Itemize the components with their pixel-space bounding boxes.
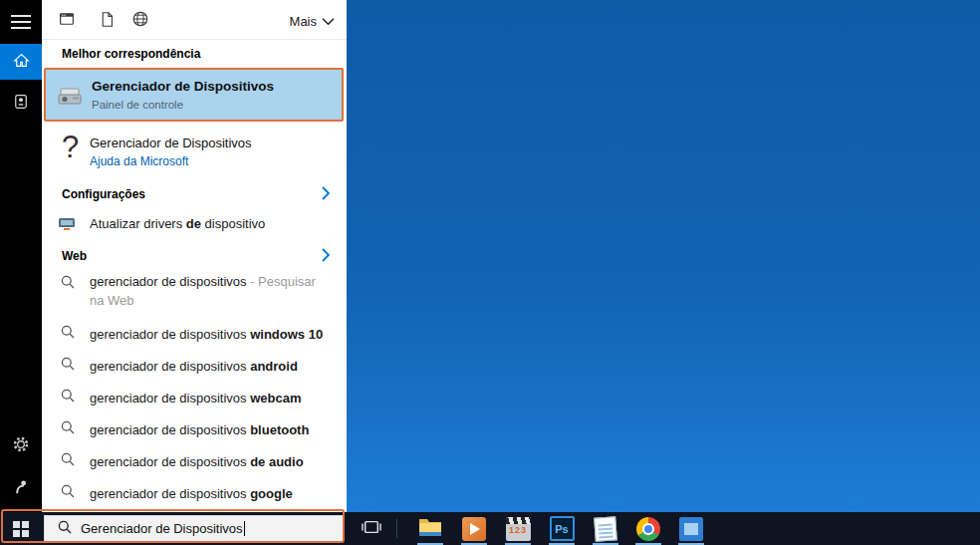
driver-update-icon xyxy=(58,216,76,235)
taskbar-search-box[interactable]: Gerenciador de Dispositivos xyxy=(44,515,344,542)
search-flyout-rail xyxy=(0,0,42,512)
search-icon xyxy=(60,356,76,376)
settings-result-update-drivers[interactable]: Atualizar drivers de dispositivo xyxy=(42,209,347,239)
web-suggestion[interactable]: gerenciador de dispositivos webcam xyxy=(42,381,347,412)
search-icon xyxy=(60,274,76,294)
search-icon xyxy=(60,419,76,439)
settings-result-text: Atualizar drivers de dispositivo xyxy=(90,216,265,231)
document-icon xyxy=(99,11,116,32)
web-suggestion[interactable]: gerenciador de dispositivos windows 10 xyxy=(42,317,347,349)
device-manager-icon xyxy=(56,83,86,113)
best-match-header: Melhor correspondência xyxy=(62,47,200,61)
suggestion-text: gerenciador de dispositivos - Pesquisar … xyxy=(90,272,331,310)
help-result-title: Gerenciador de Dispositivos xyxy=(90,136,252,150)
taskbar-divider xyxy=(396,519,397,538)
taskbar-app-chrome[interactable] xyxy=(628,512,668,545)
gear-icon xyxy=(12,435,30,457)
filter-documents-button[interactable] xyxy=(96,10,118,32)
chrome-icon xyxy=(636,517,660,541)
web-group-header[interactable]: Web xyxy=(42,243,347,269)
suggestion-text: gerenciador de dispositivos de audio xyxy=(90,452,331,471)
apps-icon xyxy=(58,10,76,32)
taskbar-app-klite-codec[interactable]: 123 xyxy=(498,512,538,545)
web-suggestion[interactable]: gerenciador de dispositivos bluetooth xyxy=(42,412,347,444)
hamburger-menu-button[interactable] xyxy=(0,8,42,36)
search-results-panel: Mais Melhor correspondência Gerenciador … xyxy=(42,0,347,512)
taskbar-app-photos[interactable] xyxy=(671,512,711,545)
search-filter-bar: Mais xyxy=(42,0,347,40)
settings-group-header[interactable]: Configurações xyxy=(42,181,347,207)
search-icon xyxy=(60,324,76,344)
notebook-icon xyxy=(12,93,30,115)
taskbar: Gerenciador de Dispositivos 123 Ps xyxy=(0,512,980,545)
photoshop-icon: Ps xyxy=(550,516,575,541)
sidebar-item-feedback[interactable] xyxy=(0,474,42,502)
more-filters-button[interactable]: Mais xyxy=(290,10,335,32)
notepad-icon xyxy=(594,516,617,541)
suggestion-text: gerenciador de dispositivos windows 10 xyxy=(90,325,331,344)
media-player-icon xyxy=(462,517,486,541)
question-mark-icon: ? xyxy=(62,130,79,165)
more-label: Mais xyxy=(290,14,317,29)
feedback-icon xyxy=(13,478,30,499)
sidebar-item-settings[interactable] xyxy=(0,432,42,460)
web-header-label: Web xyxy=(62,249,87,263)
search-icon xyxy=(60,388,76,408)
hamburger-icon xyxy=(11,15,31,17)
web-suggestion[interactable]: gerenciador de dispositivos de audio xyxy=(42,444,347,476)
chevron-down-icon xyxy=(322,14,335,29)
suggestion-text: gerenciador de dispositivos google xyxy=(90,484,331,503)
text-cursor xyxy=(244,521,245,536)
settings-header-label: Configurações xyxy=(62,187,145,201)
suggestion-text: gerenciador de dispositivos bluetooth xyxy=(90,420,331,439)
suggestion-text: gerenciador de dispositivos android xyxy=(90,357,331,376)
sidebar-item-notebook[interactable] xyxy=(0,88,42,120)
taskbar-app-notepad[interactable] xyxy=(586,512,625,545)
chevron-right-icon xyxy=(321,247,331,267)
taskbar-app-media-player[interactable] xyxy=(454,512,494,545)
help-result[interactable]: ? Gerenciador de Dispositivos Ajuda da M… xyxy=(42,128,347,177)
highlight-box-best-match: Gerenciador de Dispositivos Painel de co… xyxy=(44,68,344,122)
search-icon xyxy=(60,451,76,471)
sidebar-item-home[interactable] xyxy=(0,44,42,80)
task-view-button[interactable] xyxy=(355,512,388,545)
home-icon xyxy=(12,51,31,74)
globe-icon xyxy=(131,10,149,32)
chevron-right-icon xyxy=(321,185,331,205)
web-suggestion[interactable]: gerenciador de dispositivos google xyxy=(42,476,347,508)
best-match-subtitle: Painel de controle xyxy=(92,99,183,111)
search-input-value[interactable]: Gerenciador de Dispositivos xyxy=(81,521,243,536)
desktop-background xyxy=(347,0,980,512)
help-result-link[interactable]: Ajuda da Microsoft xyxy=(90,154,188,168)
windows-10-screen: Mais Melhor correspondência Gerenciador … xyxy=(0,0,980,545)
filter-apps-button[interactable] xyxy=(56,10,78,32)
suggestion-text: gerenciador de dispositivos webcam xyxy=(90,389,331,408)
file-explorer-icon xyxy=(417,516,443,542)
filter-web-button[interactable] xyxy=(129,10,151,32)
start-button[interactable] xyxy=(0,512,42,545)
task-view-icon xyxy=(361,518,382,540)
taskbar-app-photoshop[interactable]: Ps xyxy=(542,512,582,545)
search-icon xyxy=(57,519,73,539)
windows-logo-icon xyxy=(13,521,29,537)
web-suggestion[interactable]: gerenciador de dispositivos android xyxy=(42,349,347,381)
taskbar-app-file-explorer[interactable] xyxy=(410,512,450,545)
search-icon xyxy=(60,483,76,503)
photos-icon xyxy=(679,517,703,541)
clapperboard-icon: 123 xyxy=(506,517,531,541)
best-match-result[interactable]: Gerenciador de Dispositivos Painel de co… xyxy=(46,70,342,120)
best-match-title: Gerenciador de Dispositivos xyxy=(92,79,274,94)
web-suggestion[interactable]: gerenciador de dispositivos - Pesquisar … xyxy=(42,267,347,313)
